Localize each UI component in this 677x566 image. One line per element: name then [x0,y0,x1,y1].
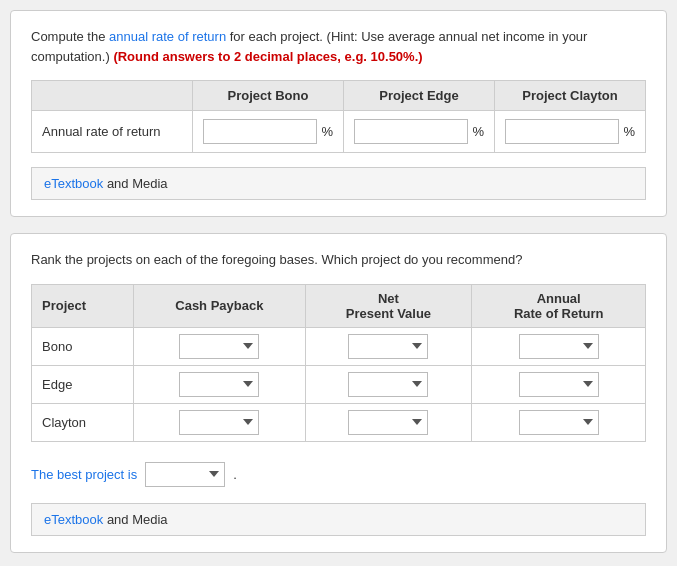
header-edge: Project Edge [343,81,494,110]
clayton-annual-ror-select[interactable]: 1 2 3 [519,410,599,435]
th-annual-ror: Annual Rate of Return [472,284,646,327]
clayton-cash-payback-select[interactable]: 1 2 3 [179,410,259,435]
clayton-annual-ror-cell: 1 2 3 [472,403,646,441]
edge-net-pv-cell: 1 2 3 [305,365,472,403]
instruction-prefix: Compute the [31,29,109,44]
rate-table: Project Bono Project Edge Project Clayto… [31,80,646,153]
etextbook-bar-2: eTextbook and Media [31,503,646,536]
project-edge-label: Edge [32,365,134,403]
clayton-net-pv-cell: 1 2 3 [305,403,472,441]
table-row: Edge 1 2 3 1 2 3 [32,365,646,403]
bono-annual-ror-select[interactable]: 1 2 3 [519,334,599,359]
card-annual-rate: Compute the annual rate of return for ea… [10,10,667,217]
instruction-text-1: Compute the annual rate of return for ea… [31,27,646,66]
th-net-pv-line1: Net [378,291,399,306]
project-clayton-label: Clayton [32,403,134,441]
best-project-period: . [233,467,237,482]
best-project-label: The best project is [31,467,137,482]
clayton-cash-payback-cell: 1 2 3 [134,403,305,441]
edge-annual-ror-cell: 1 2 3 [472,365,646,403]
bono-input-cell: % [192,111,343,152]
rank-instruction-content: Rank the projects on each of the foregoi… [31,252,522,267]
edge-cash-payback-select[interactable]: 1 2 3 [179,372,259,397]
clayton-net-pv-select[interactable]: 1 2 3 [348,410,428,435]
project-bono-label: Bono [32,327,134,365]
clayton-rate-input[interactable] [505,119,619,144]
table-row: Clayton 1 2 3 1 2 3 [32,403,646,441]
th-net-pv: Net Present Value [305,284,472,327]
etextbook-link-2[interactable]: eTextbook [44,512,103,527]
rank-table-header-row: Project Cash Payback Net Present Value A… [32,284,646,327]
header-clayton: Project Clayton [494,81,645,110]
edge-cash-payback-cell: 1 2 3 [134,365,305,403]
rate-table-header: Project Bono Project Edge Project Clayto… [31,80,646,110]
etextbook-bar-1: eTextbook and Media [31,167,646,200]
clayton-input-cell: % [494,111,645,152]
th-project: Project [32,284,134,327]
edge-net-pv-select[interactable]: 1 2 3 [348,372,428,397]
annual-rate-link: annual rate of return [109,29,226,44]
bono-cash-payback-select[interactable]: 1 2 3 [179,334,259,359]
th-annual-ror-line2: Rate of Return [514,306,604,321]
header-bono: Project Bono [192,81,343,110]
round-instruction: (Round answers to 2 decimal places, e.g.… [113,49,422,64]
edge-annual-ror-select[interactable]: 1 2 3 [519,372,599,397]
etextbook-link-1[interactable]: eTextbook [44,176,103,191]
etextbook-and-media-1: and Media [103,176,167,191]
table-row: Bono 1 2 3 1 2 3 [32,327,646,365]
edge-input-cell: % [343,111,494,152]
edge-rate-input[interactable] [354,119,468,144]
bono-net-pv-cell: 1 2 3 [305,327,472,365]
etextbook-and-media-2: and Media [103,512,167,527]
row-label: Annual rate of return [32,111,192,152]
rate-data-row: Annual rate of return % % % [31,110,646,153]
rank-instruction-text: Rank the projects on each of the foregoi… [31,250,646,270]
bono-rate-input[interactable] [203,119,317,144]
th-annual-ror-line1: Annual [537,291,581,306]
empty-header [32,81,192,110]
rank-table: Project Cash Payback Net Present Value A… [31,284,646,442]
th-cash-payback: Cash Payback [134,284,305,327]
bono-annual-ror-cell: 1 2 3 [472,327,646,365]
card-ranking: Rank the projects on each of the foregoi… [10,233,667,553]
bono-cash-payback-cell: 1 2 3 [134,327,305,365]
clayton-pct: % [623,124,635,139]
bono-pct: % [321,124,333,139]
bono-net-pv-select[interactable]: 1 2 3 [348,334,428,359]
edge-pct: % [472,124,484,139]
th-net-pv-line2: Present Value [346,306,431,321]
best-project-row: The best project is Bono Edge Clayton . [31,462,646,487]
best-project-select[interactable]: Bono Edge Clayton [145,462,225,487]
